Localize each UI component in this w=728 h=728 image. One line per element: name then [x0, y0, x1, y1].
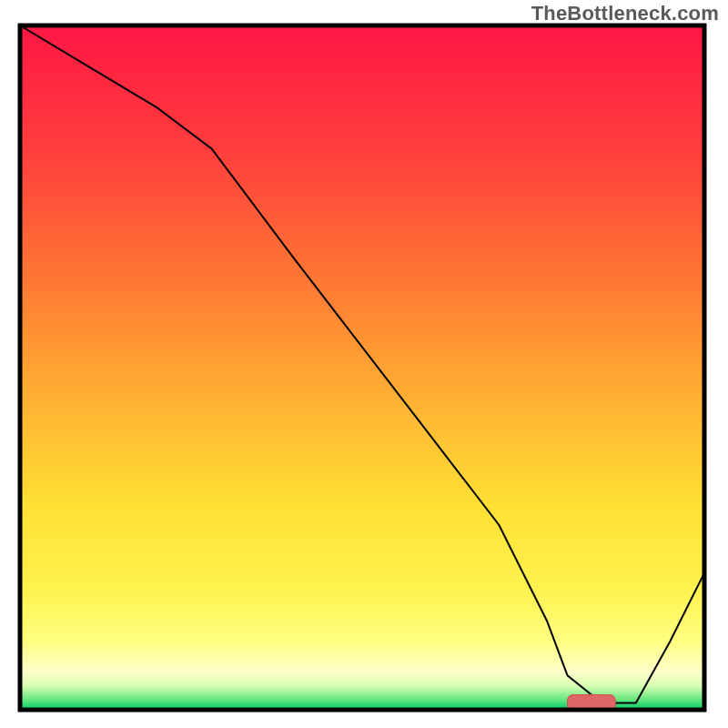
gradient-background — [20, 25, 704, 710]
chart-container: TheBottleneck.com — [0, 0, 728, 728]
plot-area — [20, 25, 704, 710]
chart-svg — [20, 25, 704, 710]
watermark-text: TheBottleneck.com — [531, 2, 719, 25]
